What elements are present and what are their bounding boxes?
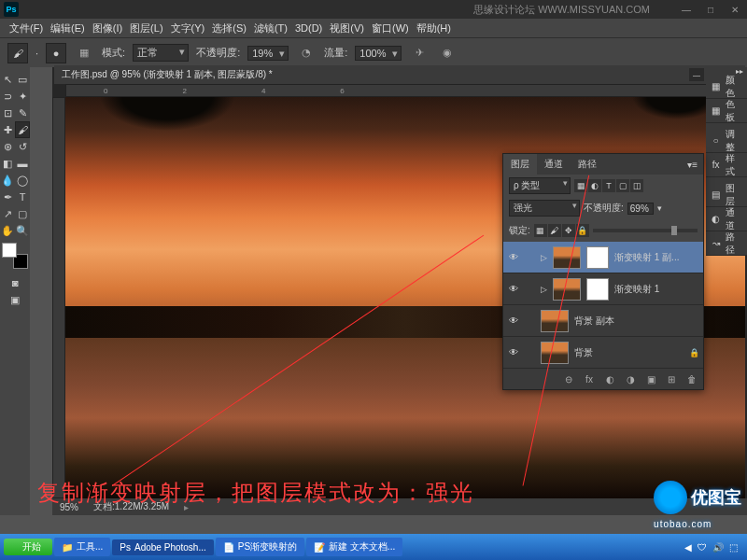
taskbar-item[interactable]: 📁工具...: [54, 538, 110, 556]
brush-preset-picker[interactable]: ●: [46, 43, 66, 63]
menu-image[interactable]: 图像(I): [91, 21, 124, 35]
filter-smart-icon[interactable]: ◫: [630, 179, 643, 192]
taskbar-item[interactable]: PsAdobe Photosh...: [112, 539, 213, 555]
quickmask-toggle[interactable]: ◙: [0, 274, 30, 291]
color-panel-tab[interactable]: ▦颜色: [706, 75, 747, 99]
heal-tool[interactable]: ✚: [0, 121, 15, 138]
visibility-icon[interactable]: 👁: [507, 252, 520, 262]
menu-window[interactable]: 窗口(W): [370, 21, 411, 35]
visibility-icon[interactable]: 👁: [507, 347, 520, 357]
opacity-select[interactable]: 19%: [247, 46, 289, 61]
styles-panel-tab[interactable]: fx样式: [706, 153, 747, 177]
layer-mask-thumb[interactable]: [586, 246, 609, 269]
layer-thumb[interactable]: [541, 310, 569, 332]
pressure-opacity-icon[interactable]: ◔: [296, 43, 317, 63]
tray-volume-icon[interactable]: 🔊: [712, 542, 724, 553]
type-tool[interactable]: T: [15, 189, 30, 205]
filter-adjust-icon[interactable]: ◐: [588, 179, 601, 192]
foreground-color-swatch[interactable]: [2, 243, 17, 258]
tray-icon[interactable]: ⬚: [729, 542, 738, 553]
layer-name[interactable]: 渐变映射 1 副...: [614, 251, 699, 264]
lasso-tool[interactable]: ⊃: [0, 88, 15, 105]
layer-name[interactable]: 背景 副本: [574, 315, 699, 328]
channels-panel-tab[interactable]: ◐通道: [706, 207, 747, 231]
blend-mode-select[interactable]: 正常: [133, 44, 189, 62]
screenmode-toggle[interactable]: ▣: [0, 291, 30, 308]
eraser-tool[interactable]: ◧: [0, 155, 15, 172]
layer-row[interactable]: 👁 ▷ 渐变映射 1: [503, 273, 703, 305]
tab-layers[interactable]: 图层: [503, 154, 537, 175]
layers-panel-tab[interactable]: ▤图层: [706, 183, 747, 207]
menu-layer[interactable]: 图层(L): [128, 21, 164, 35]
lock-transparency-icon[interactable]: ▦: [534, 224, 547, 237]
lock-pixels-icon[interactable]: 🖌: [548, 224, 561, 237]
layer-opacity-input[interactable]: [627, 203, 654, 215]
close-button[interactable]: ✕: [723, 0, 747, 19]
crop-tool[interactable]: ⊡: [0, 105, 15, 121]
layer-name[interactable]: 渐变映射 1: [614, 283, 699, 296]
hand-tool[interactable]: ✋: [0, 222, 15, 239]
layer-row[interactable]: 👁 背景 🔒: [503, 337, 703, 369]
dodge-tool[interactable]: ◯: [15, 172, 30, 189]
pen-tool[interactable]: ✒: [0, 189, 15, 205]
flow-select[interactable]: 100%: [355, 46, 402, 61]
visibility-icon[interactable]: 👁: [507, 284, 520, 294]
lock-position-icon[interactable]: ✥: [562, 224, 575, 237]
minimize-button[interactable]: —: [674, 0, 698, 19]
zoom-tool[interactable]: 🔍: [15, 222, 30, 239]
doc-minimize-icon[interactable]: —: [689, 68, 704, 81]
eyedropper-tool[interactable]: ✎: [15, 105, 30, 121]
brush-tool[interactable]: 🖌: [15, 121, 30, 138]
paths-panel-tab[interactable]: ↝路径: [706, 231, 747, 256]
tab-paths[interactable]: 路径: [571, 154, 604, 175]
tab-channels[interactable]: 通道: [537, 154, 571, 175]
adjustment-layer-icon[interactable]: ◑: [623, 374, 638, 385]
menu-edit[interactable]: 编辑(E): [49, 21, 87, 35]
swatches-panel-tab[interactable]: ▦色板: [706, 99, 747, 123]
stamp-tool[interactable]: ⊛: [0, 138, 15, 155]
brush-tool-icon[interactable]: 🖌: [7, 43, 28, 63]
marquee-tool[interactable]: ▭: [15, 71, 30, 88]
shape-tool[interactable]: ▢: [15, 205, 30, 222]
fill-slider[interactable]: [593, 229, 698, 232]
blend-mode-select[interactable]: 强光: [509, 200, 580, 217]
pressure-size-icon[interactable]: ◉: [437, 43, 458, 63]
blur-tool[interactable]: 💧: [0, 172, 15, 189]
brush-panel-icon[interactable]: ▦: [74, 43, 94, 63]
menu-view[interactable]: 视图(V): [328, 21, 366, 35]
new-layer-icon[interactable]: ⊞: [664, 374, 679, 385]
filter-pixel-icon[interactable]: ▦: [574, 179, 587, 192]
history-brush-tool[interactable]: ↺: [15, 138, 30, 155]
link-layers-icon[interactable]: ⊖: [561, 374, 576, 385]
tray-icon[interactable]: ◀: [684, 542, 692, 553]
document-tab[interactable]: 工作图.psd @ 95% (渐变映射 1 副本, 图层蒙版/8) * — ◱ …: [54, 65, 745, 84]
layer-name[interactable]: 背景: [574, 346, 684, 359]
layer-thumb[interactable]: [553, 278, 581, 301]
layer-thumb[interactable]: [541, 342, 569, 364]
layer-row[interactable]: 👁 背景 副本: [503, 305, 703, 337]
filter-shape-icon[interactable]: ▢: [616, 179, 629, 192]
wand-tool[interactable]: ✦: [15, 88, 30, 105]
layer-fx-icon[interactable]: fx: [582, 374, 597, 385]
menu-help[interactable]: 帮助(H): [415, 21, 453, 35]
adjustments-panel-tab[interactable]: ○调整: [706, 129, 747, 153]
menu-select[interactable]: 选择(S): [210, 21, 248, 35]
taskbar-item[interactable]: 📝新建 文本文档...: [306, 538, 402, 556]
color-swatches[interactable]: [2, 243, 28, 269]
maximize-button[interactable]: □: [698, 0, 723, 19]
visibility-icon[interactable]: 👁: [507, 315, 520, 326]
filter-type-icon[interactable]: T: [602, 179, 615, 192]
menu-type[interactable]: 文字(Y): [169, 21, 207, 35]
filter-type-select[interactable]: ρ 类型: [509, 177, 571, 194]
gradient-tool[interactable]: ▬: [15, 155, 30, 172]
start-button[interactable]: 开始: [4, 539, 52, 555]
move-tool[interactable]: ↖: [0, 71, 15, 88]
layer-mask-icon[interactable]: ◐: [602, 374, 617, 385]
layer-row[interactable]: 👁 ▷ 渐变映射 1 副...: [503, 242, 703, 273]
layer-thumb[interactable]: [553, 246, 581, 269]
panel-menu-icon[interactable]: ▾≡: [682, 154, 703, 175]
path-tool[interactable]: ↗: [0, 205, 15, 222]
menu-file[interactable]: 文件(F): [7, 21, 45, 35]
layer-mask-thumb[interactable]: [586, 278, 609, 301]
lock-all-icon[interactable]: 🔒: [576, 224, 589, 237]
